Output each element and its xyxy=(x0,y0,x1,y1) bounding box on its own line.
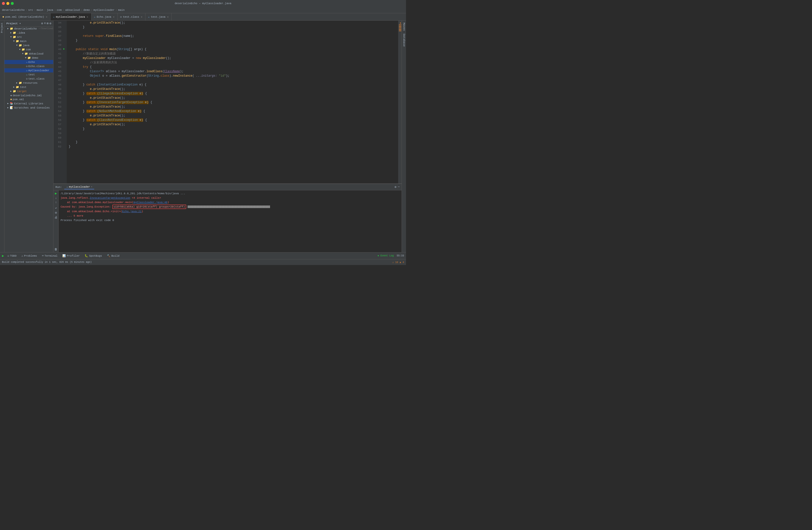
step-icon[interactable]: ↩ xyxy=(55,206,57,210)
todo-tool[interactable]: ☑ TODO xyxy=(6,254,18,258)
run-button[interactable]: ▶ xyxy=(2,254,4,258)
invocation-link[interactable]: InvocationTargetException xyxy=(90,196,130,199)
close-panel-icon[interactable]: — xyxy=(398,185,400,189)
tab-label: test.class xyxy=(123,15,139,18)
tree-item-main[interactable]: ▼ 📁 main xyxy=(4,39,53,43)
tree-item-test[interactable]: ☕ test xyxy=(4,72,53,76)
filter-icon[interactable]: ⊟ xyxy=(55,211,57,215)
breadcrumb-item[interactable]: main xyxy=(118,9,125,12)
minimize-button[interactable] xyxy=(6,2,9,5)
close-tab-icon[interactable]: ✕ xyxy=(91,185,92,188)
code-editor[interactable]: e.printStackTrace(); } return super.find… xyxy=(67,20,398,183)
editor-area: 34 35 36 37 38 39 40 41 42 43 44 45 46 4… xyxy=(54,20,402,252)
tab-testjava[interactable]: ☕ test.java ✕ xyxy=(145,13,172,20)
traffic-lights xyxy=(2,2,14,5)
gear-icon[interactable]: ⚙ xyxy=(41,22,43,25)
breadcrumb-item[interactable]: java xyxy=(47,9,53,12)
close-button[interactable] xyxy=(2,2,5,5)
console-tab-myclassloader[interactable]: ☕ myClassloader ✕ xyxy=(64,185,94,189)
tree-item-src[interactable]: ▼ 📁 src xyxy=(4,35,53,39)
layout-icon[interactable]: ≡ xyxy=(44,22,46,25)
breadcrumb-item[interactable]: com xyxy=(57,9,61,12)
file-link[interactable]: myClassloader.java:46 xyxy=(133,201,168,204)
tab-close-icon[interactable]: ✕ xyxy=(86,15,89,19)
folder-icon: 📝 xyxy=(10,106,13,109)
code-line: } catch (InvocationTargetException e) { xyxy=(69,100,396,104)
maximize-button[interactable] xyxy=(11,2,14,5)
breadcrumb-item[interactable]: myClassloader xyxy=(93,9,115,12)
code-line: } xyxy=(69,25,396,29)
tree-item-com[interactable]: ▼ 📁 com xyxy=(4,47,53,52)
tree-item-scratches[interactable]: ▶ 📝 Scratches and Consoles xyxy=(4,106,53,110)
tree-item-label: test.class xyxy=(28,78,45,80)
tab-myclassloader[interactable]: ☕ myClassloader.java ✕ xyxy=(50,13,91,20)
tree-item-idea[interactable]: ▶ 📁 .idea xyxy=(4,31,53,35)
breadcrumb-item[interactable]: demo xyxy=(83,9,90,12)
spotbugs-tool[interactable]: 🐛 SpotBugs xyxy=(83,254,103,258)
rerun-icon[interactable]: ↑ xyxy=(55,201,57,204)
breadcrumb-item[interactable]: akkacloud xyxy=(65,9,80,12)
database-icon[interactable]: Database xyxy=(402,33,406,48)
tab-echo[interactable]: ☕ Echo.java ✕ xyxy=(91,13,118,20)
file-link[interactable]: Echo.java:21 xyxy=(122,210,142,213)
tree-item-pom[interactable]: ■ pom.xml xyxy=(4,98,53,101)
breadcrumb-sep: › xyxy=(116,9,117,12)
tab-close-icon[interactable]: ✕ xyxy=(45,15,48,19)
console-process-finished: Process finished with exit code 0 xyxy=(61,218,400,223)
tab-close-icon[interactable]: ✕ xyxy=(140,15,143,19)
tree-item-iml[interactable]: ◈ deserialzeEcho.iml xyxy=(4,93,53,98)
code-line: e.printStackTrace(); xyxy=(69,122,396,127)
expand-icon[interactable]: ⊞ xyxy=(47,22,48,25)
breadcrumb-item[interactable]: src xyxy=(28,9,33,12)
tree-item-test-folder[interactable]: ▶ 📁 test xyxy=(4,85,53,89)
tree-item-myclassloader[interactable]: ☕ myClassloader xyxy=(4,68,53,72)
tree-item-target[interactable]: ▶ 📁 target xyxy=(4,89,53,93)
print-icon[interactable]: 🖨 xyxy=(55,215,57,219)
problems-tool[interactable]: ⚠ Problems xyxy=(20,254,38,258)
tree-item-java[interactable]: ▼ 📁 java xyxy=(4,43,53,47)
tree-item-resources[interactable]: ▶ 📁 resources xyxy=(4,81,53,85)
settings-icon[interactable]: ⚙ xyxy=(49,22,51,25)
arrow-icon: ▶ xyxy=(8,27,9,30)
breadcrumb-item[interactable]: main xyxy=(37,9,43,12)
console-icons: ⚙ — xyxy=(395,185,400,189)
project-label[interactable]: Project xyxy=(0,22,4,34)
console-line: /Library/Java/JavaVirtualMachines/jdk1.8… xyxy=(61,191,400,196)
tree-item-echo-class[interactable]: ◇ Echo.class xyxy=(4,64,53,68)
profiler-tool[interactable]: 📊 Profiler xyxy=(61,254,81,258)
folder-icon: 📁 xyxy=(28,56,31,59)
arrow-icon: ▶ xyxy=(8,106,9,109)
tree-item-echo[interactable]: ☕ Echo xyxy=(4,60,53,64)
arrow-down-icon: ▼ xyxy=(19,48,20,51)
folder-icon: 📁 xyxy=(16,85,19,89)
build-tool[interactable]: 🔨 Build xyxy=(105,254,121,258)
code-line: } xyxy=(69,38,396,43)
tree-item-project[interactable]: ▶ 📁 deserialzeEcho ~/Downloads/deserialz… xyxy=(4,27,53,31)
stop-icon[interactable]: ↓ xyxy=(55,196,57,200)
tree-item-test-class[interactable]: ◇ test.class xyxy=(4,76,53,81)
bottom-panel: Run: ☕ myClassloader ✕ ⚙ — ▶ ↓ ↑ ↩ xyxy=(54,183,402,252)
tree-item-label: akkacloud xyxy=(29,52,43,55)
breadcrumb-sep: › xyxy=(62,9,64,12)
terminal-tool[interactable]: ⌨ Terminal xyxy=(41,254,59,258)
event-log[interactable]: ● Event Log xyxy=(378,254,394,257)
editor-tabs: ■ pom.xml (deserialzeEcho) ✕ ☕ myClasslo… xyxy=(0,13,406,20)
tab-testclass[interactable]: ◇ test.class ✕ xyxy=(118,13,146,20)
console-output: /Library/Java/JavaVirtualMachines/jdk1.8… xyxy=(59,190,402,252)
breadcrumb-item[interactable]: deserialzeEcho xyxy=(2,9,25,12)
project-sidebar: Project ▾ ⚙ ≡ ⊞ ⚙ ▶ 📁 deserialzeEcho ~/D… xyxy=(4,20,54,252)
settings-icon[interactable]: ⚙ xyxy=(395,185,396,189)
tree-item-external-libs[interactable]: ▶ 📚 External Libraries xyxy=(4,101,53,106)
tree-item-demo[interactable]: ▼ 📁 demo xyxy=(4,56,53,60)
right-scroll-gutter[interactable]: ▲ xyxy=(398,20,402,183)
trash-icon[interactable]: 🗑 xyxy=(55,248,57,251)
code-line: myClassloader myClassloader = new myClas… xyxy=(69,56,396,60)
maven-icon[interactable]: Maven xyxy=(402,22,406,32)
tree-item-akkacloud[interactable]: ▼ 📁 akkacloud xyxy=(4,52,53,56)
run-label: Run: xyxy=(56,186,62,189)
tab-close-icon[interactable]: ✕ xyxy=(113,15,115,19)
run-icon[interactable]: ▶ xyxy=(55,191,57,195)
tab-pom[interactable]: ■ pom.xml (deserialzeEcho) ✕ xyxy=(0,13,50,20)
tab-close-icon[interactable]: ✕ xyxy=(166,15,169,19)
code-line: e.printStackTrace(); xyxy=(69,104,396,109)
